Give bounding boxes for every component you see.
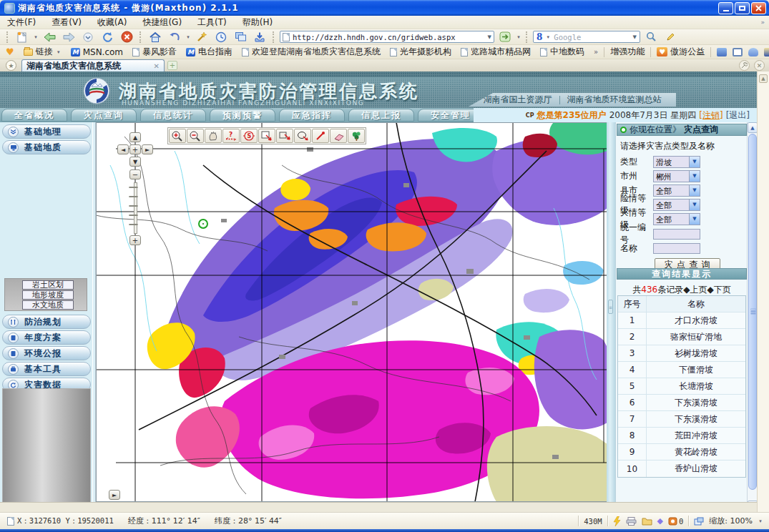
link-zhongdi[interactable]: 中地数码 xyxy=(540,46,584,58)
recenter-button[interactable]: + xyxy=(129,144,141,154)
table-row[interactable]: 10香炉山滑坡 xyxy=(618,460,745,477)
logout-link[interactable]: [注销] xyxy=(699,109,723,122)
geological-map[interactable] xyxy=(96,122,607,502)
new-tab-plus-button[interactable]: + xyxy=(167,61,177,70)
sidebar-collapse-icon[interactable]: ▲ xyxy=(759,74,768,83)
sidebar-item-basic-tools[interactable]: 基本工具 xyxy=(2,362,91,376)
zoom-in-slider-button[interactable]: + xyxy=(129,235,141,245)
chevron-down-icon[interactable]: ▼ xyxy=(689,157,700,167)
nav-tab-forecast-warning[interactable]: 预测预警 xyxy=(210,109,275,122)
undo-button[interactable] xyxy=(166,30,183,44)
sidebar-item-annual-plan[interactable]: 年度方案 xyxy=(2,330,91,345)
search-box[interactable]: 8 ▾ Google ▼ xyxy=(533,31,640,43)
refresh-button[interactable] xyxy=(99,30,116,44)
tab-close-all-button[interactable]: ✕ xyxy=(754,60,765,71)
link-welcome-system[interactable]: 欢迎登陆湖南省地质灾害信息系统 xyxy=(242,46,381,58)
table-row[interactable]: 9黄花岭滑坡 xyxy=(618,444,745,460)
zoom-slider-track[interactable] xyxy=(134,182,137,234)
stop-button[interactable] xyxy=(118,30,135,44)
links-overflow-icon[interactable]: » xyxy=(594,48,598,56)
selected-point-marker[interactable] xyxy=(198,219,208,229)
snap-button[interactable] xyxy=(232,30,249,44)
nav-tab-disaster-query[interactable]: 灾点查询 xyxy=(71,109,137,122)
damage-level-select[interactable]: 全部 ▼ xyxy=(653,213,700,225)
pan-down-button[interactable]: ▼ xyxy=(129,157,141,167)
menubar-overflow-icon[interactable]: » xyxy=(760,19,765,26)
table-row[interactable]: 5长塘滑坡 xyxy=(618,378,745,395)
sub-item-hydrogeology[interactable]: 水文地质 xyxy=(22,300,74,310)
table-row[interactable]: 1才口水滑坡 xyxy=(618,312,745,329)
link-land-resources-dept[interactable]: 湖南省国土资源厅 xyxy=(484,94,552,106)
type-select[interactable]: 滑坡 ▼ xyxy=(653,156,700,168)
zoom-out-button[interactable] xyxy=(187,129,204,143)
zoom-out-slider-button[interactable]: − xyxy=(129,169,141,179)
nav-tab-overview[interactable]: 全省概况 xyxy=(1,109,67,122)
user-service-icon[interactable] xyxy=(717,48,727,56)
go-button[interactable] xyxy=(496,30,514,44)
chevron-down-icon[interactable]: ▼ xyxy=(689,185,700,196)
city-select[interactable]: 郴州 ▼ xyxy=(653,170,700,182)
new-tab-button[interactable] xyxy=(14,30,31,44)
name-input[interactable] xyxy=(653,243,700,254)
maxthon-charity-link[interactable]: ♥ 傲游公益 xyxy=(657,46,705,58)
link-photo-agency[interactable]: 光年摄影机构 xyxy=(390,46,451,58)
gem-icon[interactable]: ◆ xyxy=(657,516,663,526)
back-button[interactable] xyxy=(41,30,58,44)
nav-tab-statistics[interactable]: 信息统计 xyxy=(140,109,206,122)
new-tab-dropdown-icon[interactable]: ▾ xyxy=(33,34,39,40)
sidebar-item-environment-bulletin[interactable]: 环境公报 xyxy=(2,346,91,360)
nav-tab-info-report[interactable]: 信息上报 xyxy=(348,109,414,122)
sidebar-item-basic-geography[interactable]: 基础地理 xyxy=(2,124,91,139)
risk-level-select[interactable]: 全部 ▼ xyxy=(653,199,700,211)
history-button[interactable] xyxy=(212,30,230,44)
page-scrollbar[interactable]: ▲ ▼ xyxy=(747,122,757,512)
pan-left-button[interactable]: ◄ xyxy=(117,144,129,154)
table-row[interactable]: 7下东溪滑坡 xyxy=(618,411,745,428)
popup-blocker-indicator[interactable]: 0 xyxy=(668,517,683,526)
splitter-handle-icon[interactable]: ≡ xyxy=(608,300,613,314)
table-row[interactable]: 3衫树垅滑坡 xyxy=(618,345,745,362)
prev-page-link[interactable]: ◆上页 xyxy=(683,285,707,295)
search-engine-dropdown-icon[interactable]: ▾ xyxy=(545,34,551,40)
next-page-link[interactable]: ◆下页 xyxy=(707,285,730,295)
table-row[interactable]: 6下东溪滑坡 xyxy=(618,395,745,411)
map-scroll-right-button[interactable]: ► xyxy=(109,490,120,500)
search-button[interactable] xyxy=(642,30,660,44)
boost-lightning-icon[interactable] xyxy=(613,516,621,526)
county-select[interactable]: 全部 ▼ xyxy=(653,184,700,197)
address-dropdown-icon[interactable]: ▼ xyxy=(488,34,491,40)
close-button[interactable] xyxy=(751,2,766,14)
link-geo-env-station[interactable]: 湖南省地质环境监测总站 xyxy=(567,94,662,106)
folder-icon[interactable] xyxy=(642,517,652,526)
highlight-button[interactable] xyxy=(662,30,679,44)
pan-button[interactable] xyxy=(205,129,222,143)
map-viewport[interactable]: ▲ ◄ + ► ▼ − + ► ? xyxy=(95,122,607,502)
panel-splitter[interactable]: ≡ xyxy=(607,122,615,502)
chevron-down-icon[interactable]: ▼ xyxy=(689,200,700,210)
sub-item-rock-soil-zoning[interactable]: 岩土区划 xyxy=(22,280,74,290)
chevron-down-icon[interactable]: ▼ xyxy=(689,214,700,225)
link-city-boutique[interactable]: 览路城市精品网 xyxy=(461,46,531,58)
eraser-button[interactable] xyxy=(330,129,347,143)
nav-tab-emergency-command[interactable]: 应急指挥 xyxy=(279,109,345,122)
active-tab[interactable]: 湖南省地质灾害信息系统 ✕ xyxy=(21,59,165,72)
tab-close-icon[interactable]: ✕ xyxy=(154,62,160,70)
search-dropdown-icon[interactable]: ▼ xyxy=(633,34,637,40)
table-row[interactable]: 8荒田冲滑坡 xyxy=(618,428,745,444)
layers-button[interactable] xyxy=(348,129,365,143)
pan-up-button[interactable]: ▲ xyxy=(129,132,141,142)
center-map-button[interactable]: S xyxy=(240,129,258,143)
links-folder[interactable]: 链接 ▾ xyxy=(24,46,62,58)
tab-tools-button[interactable] xyxy=(739,60,750,71)
draw-line-button[interactable] xyxy=(312,129,329,143)
maximize-button[interactable] xyxy=(735,2,750,14)
favorites-star-icon[interactable]: ★ xyxy=(6,60,16,71)
select-circle-button[interactable] xyxy=(294,129,311,143)
forward-button[interactable] xyxy=(60,30,77,44)
address-bar[interactable]: http://dzzh.hndh.gov.cn/gridweb.aspx ▼ xyxy=(280,31,494,43)
history-dropdown-button[interactable] xyxy=(79,30,97,44)
undo-dropdown-icon[interactable]: ▾ xyxy=(185,34,191,40)
search-placeholder[interactable]: Google xyxy=(554,33,581,41)
favorites-heart-icon[interactable]: ♥ xyxy=(6,46,14,57)
window-panel-icon[interactable] xyxy=(733,48,743,56)
